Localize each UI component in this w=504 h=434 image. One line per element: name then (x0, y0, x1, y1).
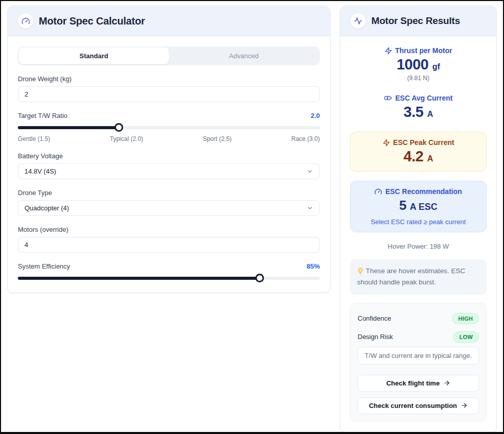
efficiency-value: 85% (307, 262, 320, 270)
recommendation-label-row: ESC Recommendation (357, 187, 480, 196)
chevron-down-icon (307, 205, 313, 211)
tw-ratio-label: Target T/W Ratio (18, 112, 67, 119)
thrust-result: Thrust per Motor 1000 gf (9.81 N) (350, 46, 487, 82)
battery-charging-icon (384, 94, 392, 102)
thrust-value: 1000 gf (350, 56, 487, 73)
recommendation-note: Select ESC rated ≥ peak current (357, 218, 480, 226)
check-flight-time-button[interactable]: Check flight time (358, 375, 479, 392)
results-body: Thrust per Motor 1000 gf (9.81 N) ESC Av… (340, 36, 496, 432)
tw-ratio-slider[interactable] (18, 123, 320, 132)
calculator-title: Motor Spec Calculator (39, 15, 145, 27)
scale-sport: Sport (2.5) (203, 135, 232, 142)
drone-weight-label: Drone Weight (kg) (18, 75, 320, 83)
results-title: Motor Spec Results (371, 15, 460, 27)
thrust-label-row: Thrust per Motor (350, 46, 487, 55)
results-header: Motor Spec Results (340, 6, 496, 36)
design-risk-badge: LOW (453, 331, 479, 343)
slider-thumb[interactable] (255, 274, 264, 282)
confidence-row: Confidence HIGH (358, 313, 479, 324)
field-efficiency: System Efficiency 85% (18, 262, 320, 282)
peak-current-label: ESC Peak Current (393, 138, 455, 147)
peak-current-value: 4.2 A (357, 148, 480, 165)
gauge-icon (18, 13, 33, 29)
design-risk-row: Design Risk LOW (358, 331, 479, 343)
scale-typical: Typical (2.0) (110, 135, 143, 142)
zap-icon (383, 139, 390, 147)
thrust-unit: gf (432, 62, 440, 71)
motors-label: Motors (override) (18, 226, 320, 233)
peak-current-unit: A (427, 154, 433, 163)
confidence-label: Confidence (358, 315, 391, 322)
zap-icon (385, 47, 392, 55)
tw-ratio-value: 2.0 (311, 112, 320, 119)
chevron-down-icon (307, 168, 313, 175)
field-drone-weight: Drone Weight (kg) (18, 75, 320, 102)
scale-gentle: Gentle (1.5) (18, 135, 50, 142)
arrow-right-icon (443, 379, 450, 387)
drone-type-value: Quadcopter (4) (24, 204, 69, 212)
tab-advanced[interactable]: Advanced (169, 47, 319, 64)
check-current-consumption-button[interactable]: Check current consumption (358, 397, 479, 414)
field-drone-type: Drone Type Quadcopter (4) (18, 189, 320, 216)
tw-ratio-scale: Gentle (1.5) Typical (2.0) Sport (2.5) R… (18, 135, 320, 142)
tab-standard[interactable]: Standard (19, 47, 169, 64)
check-current-consumption-label: Check current consumption (369, 402, 457, 409)
avg-current-label: ESC Avg Current (395, 94, 453, 102)
avg-current-label-row: ESC Avg Current (350, 94, 487, 102)
thrust-newton: (9.81 N) (350, 75, 487, 82)
battery-voltage-value: 14.8V (4S) (24, 167, 56, 175)
field-battery-voltage: Battery Voltage 14.8V (4S) (18, 152, 320, 179)
calculator-panel: Motor Spec Calculator Standard Advanced … (7, 6, 331, 293)
efficiency-label: System Efficiency (18, 262, 70, 270)
tip-box: These are hover estimates. ESC should ha… (350, 259, 487, 295)
drone-type-label: Drone Type (18, 189, 320, 197)
mode-tabs: Standard Advanced (18, 46, 320, 65)
confidence-badge: HIGH (452, 313, 479, 324)
efficiency-slider[interactable] (18, 274, 320, 282)
gauge-icon (374, 188, 382, 196)
slider-thumb[interactable] (115, 123, 123, 132)
esc-recommendation-card: ESC Recommendation 5 A ESC Select ESC ra… (350, 181, 487, 232)
slider-fill (18, 126, 119, 129)
assessment-summary: T/W and current are in typical range. (358, 347, 479, 365)
check-flight-time-label: Check flight time (386, 379, 440, 387)
recommendation-value: 5 A ESC (357, 198, 480, 213)
page: Motor Spec Calculator Standard Advanced … (1, 1, 503, 434)
slider-fill (18, 277, 260, 280)
thrust-label: Thrust per Motor (395, 46, 452, 55)
activity-icon (350, 13, 366, 29)
avg-current-value: 3.5 A (350, 104, 487, 120)
avg-current-result: ESC Avg Current 3.5 A (350, 94, 487, 120)
motors-input[interactable] (18, 237, 320, 253)
avg-current-unit: A (427, 110, 433, 118)
drone-type-select[interactable]: Quadcopter (4) (18, 200, 320, 216)
lightbulb-icon (357, 268, 364, 274)
field-motors: Motors (override) (18, 226, 320, 253)
field-tw-ratio: Target T/W Ratio 2.0 Gentle (1.5) Typica… (18, 112, 320, 142)
drone-weight-input[interactable] (18, 86, 320, 102)
tip-text: These are hover estimates. ESC should ha… (357, 267, 465, 286)
recommendation-label: ESC Recommendation (385, 187, 462, 196)
calculator-form: Standard Advanced Drone Weight (kg) Targ… (8, 36, 330, 293)
peak-current-card: ESC Peak Current 4.2 A (350, 132, 487, 172)
recommendation-unit: A ESC (410, 202, 437, 212)
design-risk-label: Design Risk (358, 333, 393, 341)
peak-current-label-row: ESC Peak Current (357, 138, 480, 147)
calculator-header: Motor Spec Calculator (8, 6, 330, 36)
battery-voltage-label: Battery Voltage (18, 152, 320, 160)
battery-voltage-select[interactable]: 14.8V (4S) (18, 163, 320, 179)
results-panel: Motor Spec Results Thrust per Motor 1000… (340, 6, 497, 432)
assessment-card: Confidence HIGH Design Risk LOW T/W and … (350, 303, 487, 422)
scale-race: Race (3.0) (291, 135, 320, 142)
hover-power: Hover Power: 198 W (350, 243, 487, 250)
arrow-right-icon (461, 402, 468, 409)
